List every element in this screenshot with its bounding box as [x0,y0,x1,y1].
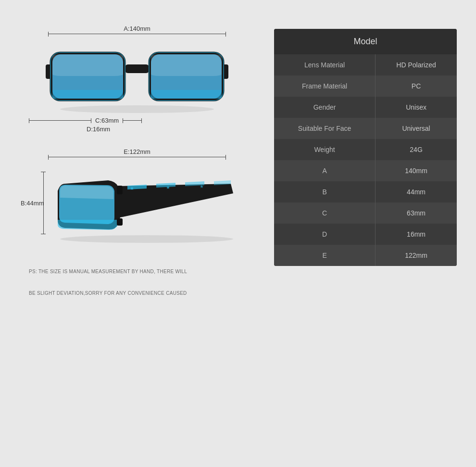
spec-value: 122mm [376,245,457,266]
diagram-bottom: E:122mm B:44mm [19,157,255,253]
svg-rect-18 [117,218,123,226]
spec-value: Unisex [376,97,457,118]
spec-row: GenderUnisex [274,97,457,118]
right-panel: Model Lens MaterialHD PolarizedFrame Mat… [274,29,457,266]
spec-label: Lens Material [274,54,376,76]
svg-point-19 [60,235,233,243]
dim-b-container: B:44mm [41,172,46,234]
svg-rect-9 [52,90,123,99]
svg-rect-5 [151,54,222,76]
spec-value: PC [376,76,457,97]
spec-value: 16mm [376,224,457,245]
glasses-side: ★ ★ ★ [50,162,233,253]
spec-value: 44mm [376,181,457,202]
spec-table: Model [274,29,457,54]
spec-header-label: Model [274,29,457,54]
svg-rect-6 [125,64,149,73]
disclaimer-line2: BE SLIGHT DEVIATION,SORRY FOR ANY CONVEN… [24,290,255,297]
spec-label: Frame Material [274,76,376,97]
spec-label: D [274,224,376,245]
spec-value: 24G [376,139,457,160]
svg-text:★: ★ [200,184,204,189]
spec-label: Weight [274,139,376,160]
spec-row: Frame MaterialPC [274,76,457,97]
spec-value: HD Polarized [376,54,457,76]
spec-label: C [274,202,376,224]
svg-point-13 [60,105,214,113]
spec-value: 63mm [376,202,457,224]
dim-a-label: A:140mm [121,25,153,32]
diagram-top: A:140mm [19,34,255,133]
dim-d-label: D:16mm [87,126,110,133]
svg-text:★: ★ [166,185,170,190]
spec-row: B44mm [274,181,457,202]
spec-label: Gender [274,97,376,118]
dim-e-label: E:122mm [121,148,153,155]
spec-row: D16mm [274,224,457,245]
spec-label: E [274,245,376,266]
spec-row: C63mm [274,202,457,224]
spec-row: Lens MaterialHD Polarized [274,54,457,76]
disclaimer-line1: PS: THE SIZE IS MANUAL MEASUREMENT BY HA… [24,268,255,275]
svg-text:★: ★ [130,186,134,191]
dim-c-label: C:63mm [95,117,119,124]
spec-row: E122mm [274,245,457,266]
main-container: A:140mm [0,0,476,467]
side-view-container: B:44mm [36,162,238,253]
spec-label: Suitable For Face [274,118,376,139]
svg-rect-10 [151,90,222,99]
svg-rect-17 [117,186,123,194]
spec-value: Universal [376,118,457,139]
left-panel: A:140mm [19,29,255,297]
spec-row: A140mm [274,160,457,181]
dim-b-label: B:44mm [21,200,44,207]
spec-rows-table: Lens MaterialHD PolarizedFrame MaterialP… [274,54,457,266]
spec-row: Suitable For FaceUniversal [274,118,457,139]
dim-c-row: C:63mm [29,117,142,124]
spec-row: Weight24G [274,139,457,160]
svg-rect-2 [52,54,123,76]
glasses-front [46,38,228,115]
spec-label: A [274,160,376,181]
disclaimer: PS: THE SIZE IS MANUAL MEASUREMENT BY HA… [19,253,255,297]
spec-value: 140mm [376,160,457,181]
dim-a-line: A:140mm [19,34,255,34]
spec-table-header: Model [274,29,457,54]
spec-label: B [274,181,376,202]
